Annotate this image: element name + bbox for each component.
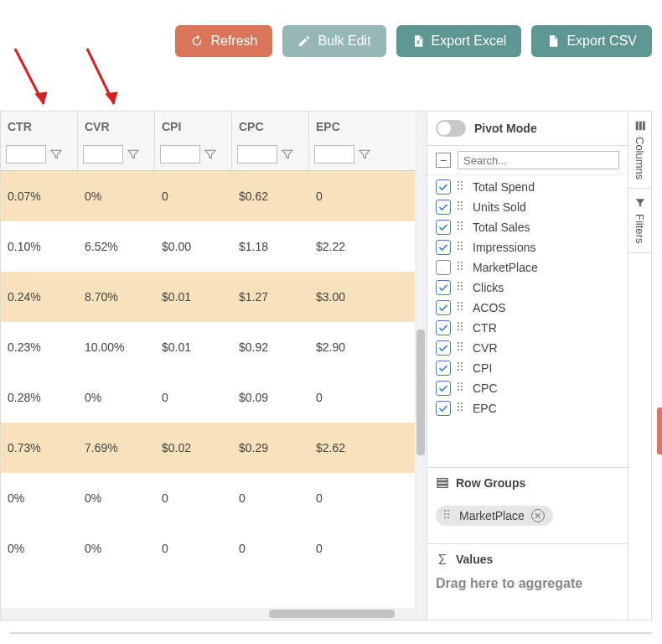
columns-panel: Pivot Mode − Total SpendUnits SoldTotal … [427, 112, 651, 620]
bulk-edit-button[interactable]: Bulk Edit [282, 25, 385, 57]
drag-handle-icon[interactable] [458, 322, 466, 334]
vertical-scrollbar[interactable] [415, 112, 427, 620]
table-cell: $0.01 [155, 290, 232, 304]
filter-icon[interactable] [49, 148, 63, 161]
checkbox[interactable] [436, 300, 451, 315]
checkbox[interactable] [436, 381, 451, 396]
column-filter-input-ctr[interactable] [6, 145, 46, 164]
column-search-input[interactable] [458, 151, 619, 169]
table-row[interactable]: 0.10%6.52%$0.00$1.18$2.22 [1, 221, 415, 272]
column-toggle-impressions[interactable]: Impressions [436, 237, 623, 257]
checkbox[interactable] [436, 401, 451, 416]
row-group-chip-marketplace[interactable]: MarketPlace ✕ [436, 506, 553, 526]
table-row[interactable]: 0.07%0%0$0.620 [1, 171, 415, 221]
drag-handle-icon[interactable] [458, 262, 466, 273]
drag-handle-icon[interactable] [458, 342, 466, 354]
table-row[interactable]: 0.73%7.69%$0.02$0.29$2.62 [1, 423, 415, 473]
column-toggle-total-sales[interactable]: Total Sales [436, 217, 623, 237]
table-cell: $1.27 [232, 290, 309, 304]
column-header-cpi[interactable]: CPI [155, 112, 231, 142]
checkbox[interactable] [436, 340, 451, 356]
filter-icon[interactable] [127, 148, 140, 161]
checkbox[interactable] [436, 280, 451, 295]
column-toggle-epc[interactable]: EPC [436, 398, 623, 418]
column-toggle-units-sold[interactable]: Units Sold [436, 197, 623, 217]
table-row[interactable]: 0.23%10.00%$0.01$0.92$2.90 [1, 322, 415, 372]
sidepanel-tab-columns[interactable]: Columns [628, 112, 651, 189]
drag-handle-icon[interactable] [458, 242, 466, 253]
drag-handle-icon[interactable] [458, 282, 466, 293]
row-groups-body[interactable]: MarketPlace ✕ [427, 495, 628, 543]
table-cell: 7.69% [78, 441, 155, 454]
sidepanel-tab-filters[interactable]: Filters [628, 189, 651, 252]
filter-icon[interactable] [281, 148, 294, 161]
vertical-scrollbar-thumb[interactable] [416, 330, 425, 455]
drag-handle-icon[interactable] [458, 181, 466, 193]
grid-header-row: CTRCVRCPICPCEPC [1, 112, 415, 171]
drag-handle-icon[interactable] [458, 362, 466, 374]
table-cell: 10.00% [78, 340, 155, 354]
export-csv-button[interactable]: Export CSV [531, 25, 652, 57]
table-row[interactable]: 0%0%000 [1, 523, 415, 574]
drag-handle-icon[interactable] [458, 201, 466, 213]
svg-rect-4 [437, 479, 447, 481]
drag-handle-icon[interactable] [458, 402, 466, 414]
column-toggle-cpi[interactable]: CPI [436, 358, 623, 378]
column-filter-input-cpc[interactable] [237, 145, 277, 164]
table-row[interactable]: 0%0%000 [1, 473, 415, 523]
horizontal-scrollbar[interactable] [1, 608, 415, 620]
filter-icon[interactable] [204, 148, 217, 161]
row-group-chip-label: MarketPlace [459, 509, 525, 522]
column-toggle-cpc[interactable]: CPC [436, 378, 623, 398]
drag-handle-icon[interactable] [458, 302, 466, 314]
columns-icon [634, 120, 646, 132]
svg-rect-9 [642, 122, 644, 131]
drag-handle-icon[interactable] [458, 221, 466, 233]
table-row[interactable]: 0.28%0%0$0.090 [1, 372, 415, 423]
column-toggle-clicks[interactable]: Clicks [436, 278, 623, 298]
svg-line-0 [15, 49, 44, 104]
table-cell: $2.62 [309, 441, 386, 454]
column-filter-input-epc[interactable] [314, 145, 354, 164]
refresh-button[interactable]: Refresh [175, 25, 272, 57]
table-row[interactable]: 0.24%8.70%$0.01$1.27$3.00 [1, 272, 415, 322]
values-body[interactable]: Drag here to aggregate [427, 571, 628, 620]
column-toggle-acos[interactable]: ACOS [436, 298, 623, 318]
table-cell: 0% [1, 542, 78, 555]
column-toggle-total-spend[interactable]: Total Spend [436, 177, 623, 197]
table-cell: $0.09 [232, 391, 309, 404]
grid-container: CTRCVRCPICPCEPC 0.07%0%0$0.6200.10%6.52%… [0, 111, 652, 621]
checkbox[interactable] [436, 220, 451, 235]
checkbox[interactable] [436, 320, 451, 335]
right-accent-bar [657, 408, 662, 454]
column-header-epc[interactable]: EPC [309, 112, 386, 142]
table-cell: 0 [232, 542, 309, 555]
export-excel-label: Export Excel [432, 34, 507, 49]
checkbox[interactable] [436, 179, 451, 195]
remove-chip-button[interactable]: ✕ [531, 509, 545, 522]
column-header-ctr[interactable]: CTR [1, 112, 77, 142]
checkbox[interactable] [436, 260, 451, 275]
column-toggle-label: Clicks [473, 281, 504, 294]
table-cell: $0.01 [155, 340, 232, 354]
collapse-all-button[interactable]: − [436, 153, 451, 168]
column-filter-input-cpi[interactable] [160, 145, 200, 164]
drag-handle-icon[interactable] [444, 510, 453, 522]
checkbox[interactable] [436, 361, 451, 376]
export-excel-button[interactable]: Export Excel [396, 25, 522, 57]
horizontal-scrollbar-thumb[interactable] [269, 610, 395, 618]
svg-rect-8 [639, 122, 641, 131]
column-header-cvr[interactable]: CVR [78, 112, 154, 142]
column-toggle-marketplace[interactable]: MarketPlace [436, 257, 623, 278]
pivot-mode-toggle[interactable] [436, 120, 466, 137]
column-filter-input-cvr[interactable] [83, 145, 123, 164]
column-toggle-cvr[interactable]: CVR [436, 338, 623, 358]
checkbox[interactable] [436, 200, 451, 215]
column-toggle-label: MarketPlace [473, 261, 538, 274]
filter-icon[interactable] [358, 148, 371, 161]
table-cell: $2.90 [309, 340, 386, 354]
checkbox[interactable] [436, 240, 451, 255]
drag-handle-icon[interactable] [458, 382, 466, 394]
column-toggle-ctr[interactable]: CTR [436, 318, 623, 338]
column-header-cpc[interactable]: CPC [232, 112, 308, 142]
